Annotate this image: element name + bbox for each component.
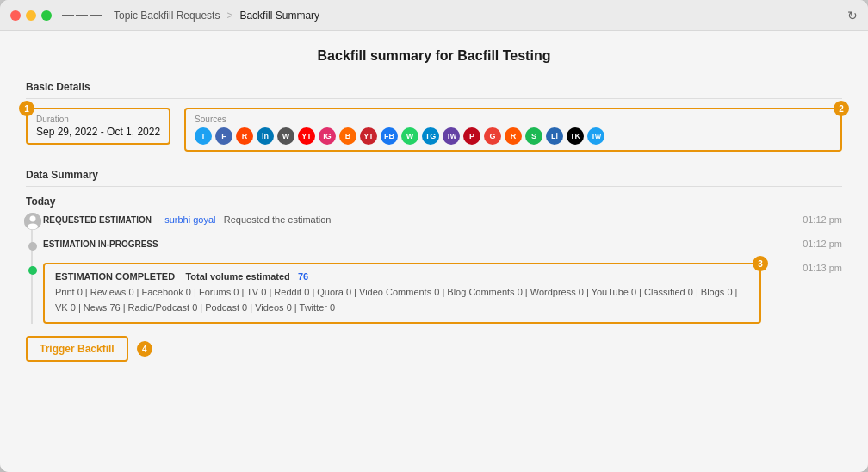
source-icon-19: Tw xyxy=(587,127,604,145)
time-requested: 01:12 pm xyxy=(803,214,842,225)
page-title: Backfill summary for Bacfill Testing xyxy=(26,48,842,64)
timeline-item-inprogress: ESTIMATION IN-PROGRESS 01:12 pm xyxy=(43,239,842,251)
breadcrumb: Topic Backfill Requests > Backfill Summa… xyxy=(62,9,319,22)
window-controls xyxy=(10,10,52,21)
timeline-row-inprogress: ESTIMATION IN-PROGRESS 01:12 pm xyxy=(43,239,842,251)
time-inprogress: 01:12 pm xyxy=(803,239,842,249)
trigger-backfill-button[interactable]: Trigger Backfill xyxy=(26,336,128,362)
app-window: Topic Backfill Requests > Backfill Summa… xyxy=(0,0,868,472)
timeline-body-completed: 3 ESTIMATION COMPLETED Total volume esti… xyxy=(43,263,842,324)
titlebar: Topic Backfill Requests > Backfill Summa… xyxy=(0,0,868,31)
est-type-label: ESTIMATION COMPLETED xyxy=(55,271,175,282)
timeline-row-completed: 3 ESTIMATION COMPLETED Total volume esti… xyxy=(43,263,842,324)
sources-label: Sources xyxy=(195,115,832,124)
duration-step-num: 1 xyxy=(19,101,34,116)
source-icon-11: TG xyxy=(422,127,439,145)
basic-details-header: Basic Details xyxy=(26,81,842,99)
source-icon-8: YT xyxy=(360,127,377,145)
sources-icons-row: TFRinWYTIGBYTFBWTGTwPGRSLiTKTw xyxy=(195,127,832,145)
est-detail: Print 0 | Reviews 0 | Facebook 0 | Forum… xyxy=(55,285,749,315)
source-icon-1: F xyxy=(215,127,232,145)
trigger-section: Trigger Backfill 4 xyxy=(26,336,842,362)
today-label: Today xyxy=(26,196,842,208)
event-action-requested: Requested the estimation xyxy=(224,214,332,225)
timeline-body-inprogress: ESTIMATION IN-PROGRESS 01:12 pm xyxy=(43,239,842,251)
source-icon-13: P xyxy=(463,127,480,145)
duration-field: 1 Duration Sep 29, 2022 - Oct 1, 2022 xyxy=(26,108,170,145)
event-requested: REQUESTED ESTIMATION · surbhi goyal Requ… xyxy=(43,214,331,225)
basic-details-section: Basic Details 1 Duration Sep 29, 2022 - … xyxy=(26,81,842,152)
timeline-row-requested: REQUESTED ESTIMATION · surbhi goyal Requ… xyxy=(43,214,842,227)
event-type-requested: REQUESTED ESTIMATION xyxy=(43,215,152,225)
data-summary-section: Data Summary Today R xyxy=(26,169,842,324)
minimize-button[interactable] xyxy=(26,10,36,21)
source-icon-4: W xyxy=(277,127,294,145)
source-icon-6: IG xyxy=(319,127,336,145)
estimation-completed-box: 3 ESTIMATION COMPLETED Total volume esti… xyxy=(43,263,761,324)
source-icon-2: R xyxy=(236,127,253,145)
time-completed: 01:13 pm xyxy=(803,263,842,273)
dot-completed xyxy=(28,266,37,275)
main-content: Backfill summary for Bacfill Testing Bas… xyxy=(0,31,868,472)
avatar-icon xyxy=(24,213,41,230)
duration-label: Duration xyxy=(36,115,160,124)
svg-point-2 xyxy=(28,224,38,230)
source-icon-10: W xyxy=(401,127,418,145)
est-volume-label: Total volume estimated xyxy=(185,271,289,282)
hamburger-icon[interactable] xyxy=(62,13,102,18)
source-icon-18: TK xyxy=(567,127,584,145)
timeline: REQUESTED ESTIMATION · surbhi goyal Requ… xyxy=(26,214,842,324)
source-icon-0: T xyxy=(195,127,212,145)
svg-point-1 xyxy=(30,216,36,222)
duration-value: Sep 29, 2022 - Oct 1, 2022 xyxy=(36,126,160,138)
breadcrumb-current: Backfill Summary xyxy=(239,9,319,22)
event-type-inprogress: ESTIMATION IN-PROGRESS xyxy=(43,239,158,249)
source-icon-9: FB xyxy=(381,127,398,145)
close-button[interactable] xyxy=(10,10,21,21)
event-inprogress: ESTIMATION IN-PROGRESS xyxy=(43,239,158,249)
source-icon-16: S xyxy=(525,127,542,145)
basic-details-row: 1 Duration Sep 29, 2022 - Oct 1, 2022 2 … xyxy=(26,108,842,152)
timeline-body-requested: REQUESTED ESTIMATION · surbhi goyal Requ… xyxy=(43,214,842,227)
source-icon-17: Li xyxy=(546,127,563,145)
completed-step-num: 3 xyxy=(753,256,768,271)
event-user: surbhi goyal xyxy=(164,214,215,225)
data-summary-header: Data Summary xyxy=(26,169,842,187)
refresh-button[interactable]: ↻ xyxy=(847,9,858,22)
timeline-item-completed: 3 ESTIMATION COMPLETED Total volume esti… xyxy=(43,263,842,324)
timeline-item-requested: REQUESTED ESTIMATION · surbhi goyal Requ… xyxy=(43,214,842,227)
est-title: ESTIMATION COMPLETED Total volume estima… xyxy=(55,271,749,282)
source-icon-12: Tw xyxy=(443,127,460,145)
sources-field: 2 Sources TFRinWYTIGBYTFBWTGTwPGRSLiTKTw xyxy=(184,108,842,152)
breadcrumb-separator: > xyxy=(226,9,232,22)
dot-inprogress xyxy=(28,242,37,251)
maximize-button[interactable] xyxy=(41,10,52,21)
trigger-step-num: 4 xyxy=(137,341,152,357)
est-volume-num: 76 xyxy=(298,271,308,282)
source-icon-3: in xyxy=(257,127,274,145)
source-icon-15: R xyxy=(505,127,522,145)
source-icon-5: YT xyxy=(298,127,315,145)
sources-step-num: 2 xyxy=(834,101,849,116)
source-icon-7: B xyxy=(339,127,356,145)
source-icon-14: G xyxy=(484,127,501,145)
breadcrumb-parent[interactable]: Topic Backfill Requests xyxy=(114,9,220,22)
